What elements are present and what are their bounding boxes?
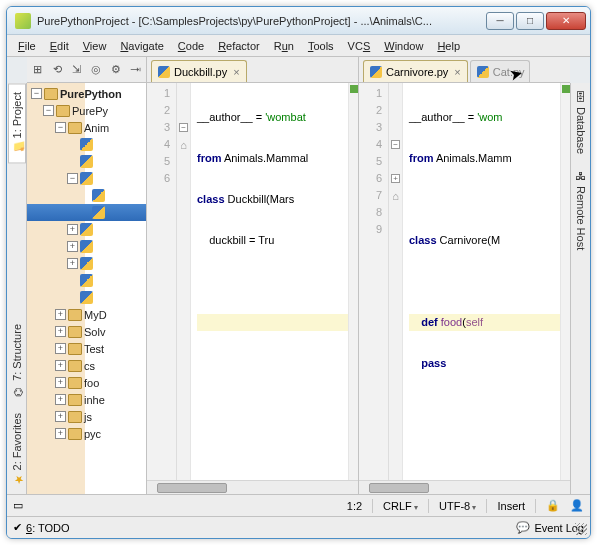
python-file-icon [80,240,93,253]
tree-row: + inhe [27,391,146,408]
editor-right: Carnivore.py× Cat.py 123456789 −+⌂ __aut… [359,57,570,494]
python-file-icon [92,206,105,219]
collapse-icon[interactable]: + [67,241,78,252]
tab-duckbill[interactable]: Duckbill.py× [151,60,247,82]
menu-refactor[interactable]: Refactor [211,38,267,54]
menu-help[interactable]: Help [430,38,467,54]
python-file-icon [92,189,105,202]
menu-vcs[interactable]: VCS [341,38,378,54]
fold-gutter: −+⌂ [389,83,403,480]
close-tab-icon[interactable]: × [231,66,241,78]
close-tab-icon[interactable]: × [452,66,462,78]
minimize-button[interactable]: ─ [486,12,514,30]
tab-todo[interactable]: ✔6: TODO [13,521,70,534]
current-line: def food(self [409,314,560,331]
bottom-tool-bar: ✔6: TODO 💬Event Log [7,516,590,538]
menu-tools[interactable]: Tools [301,38,341,54]
python-file-icon [80,257,93,270]
maximize-button[interactable]: □ [516,12,544,30]
tree-row: + Solv [27,323,146,340]
window-title: PurePythonProject - [C:\SamplesProjects\… [37,15,486,27]
python-file-icon [158,66,170,78]
left-sidebar-tabs: 📁1: Project ⌬7: Structure ★2: Favorites [7,83,27,494]
error-stripe[interactable] [348,83,358,480]
tab-event-log[interactable]: 💬Event Log [516,521,584,534]
menu-file[interactable]: File [11,38,43,54]
structure-icon: ⌬ [11,385,23,397]
expand-icon[interactable]: − [67,173,78,184]
database-icon: 🗄 [575,91,587,103]
error-stripe[interactable] [560,83,570,480]
collapse-icon[interactable]: + [67,258,78,269]
python-file-icon [370,66,382,78]
collapse-icon[interactable]: ⇲ [70,63,84,77]
menu-edit[interactable]: Edit [43,38,76,54]
settings-icon[interactable]: ⚙ [109,63,123,77]
target-icon[interactable]: ◎ [90,63,104,77]
side-tab-structure[interactable]: ⌬7: Structure [9,316,25,405]
tree-row: + pyc [27,425,146,442]
resize-grip[interactable] [575,523,587,535]
tree-row: + js [27,408,146,425]
flatten-icon[interactable]: ⊞ [31,63,45,77]
python-file-icon [477,66,489,78]
python-file-icon [80,155,93,168]
fold-icon[interactable]: − [179,123,188,132]
close-button[interactable]: ✕ [546,12,586,30]
line-numbers: 123456 [147,83,177,480]
insert-mode[interactable]: Insert [497,500,525,512]
side-tab-favorites[interactable]: ★2: Favorites [9,405,25,494]
tab-cat[interactable]: Cat.py [470,60,530,82]
menu-run[interactable]: Run [267,38,301,54]
encoding[interactable]: UTF-8 [439,500,476,512]
app-icon [15,13,31,29]
status-message-icon[interactable]: ▭ [13,499,23,512]
right-sidebar-tabs: 🗄Database 🖧Remote Host [570,83,590,494]
folder-icon [56,105,70,117]
expand-icon[interactable]: − [55,122,66,133]
menu-window[interactable]: Window [377,38,430,54]
side-tab-project[interactable]: 📁1: Project [8,83,26,163]
menu-code[interactable]: Code [171,38,211,54]
editor-left: Duckbill.py× 123456 −⌂ __author__ = 'wom… [147,57,359,494]
project-tree[interactable]: − PurePython − PurePy − Anim − + + + + M… [27,83,146,494]
lock-icon[interactable]: 🔒 [546,499,560,512]
caret-position[interactable]: 1:2 [347,500,362,512]
menu-navigate[interactable]: Navigate [113,38,170,54]
line-numbers: 123456789 [359,83,389,480]
tree-row: + foo [27,374,146,391]
remote-icon: 🖧 [575,170,587,182]
python-file-icon [80,172,93,185]
inspection-ok-icon [350,85,358,93]
project-icon: 📁 [11,142,23,154]
folder-icon [44,88,58,100]
project-toolbar: ⊞ ⟲ ⇲ ◎ ⚙ ⭲ [27,57,146,83]
python-file-icon [80,291,93,304]
fold-icon[interactable]: − [391,140,400,149]
folder-icon [68,122,82,134]
star-icon: ★ [11,474,23,486]
python-file-icon [80,223,93,236]
expand-icon[interactable]: − [43,105,54,116]
titlebar[interactable]: PurePythonProject - [C:\SamplesProjects\… [7,7,590,35]
expand-icon[interactable]: − [31,88,42,99]
line-separator[interactable]: CRLF [383,500,418,512]
side-tab-database[interactable]: 🗄Database [573,83,589,162]
hector-icon[interactable]: 👤 [570,499,584,512]
collapse-icon[interactable]: + [67,224,78,235]
hide-icon[interactable]: ⭲ [129,63,143,77]
side-tab-remote-host[interactable]: 🖧Remote Host [573,162,589,258]
horizontal-scrollbar[interactable] [147,480,358,494]
eventlog-icon: 💬 [516,521,530,534]
code-editor[interactable]: 123456789 −+⌂ __author__ = 'wom from Ani… [359,83,570,480]
tree-row: + MyD [27,306,146,323]
menu-view[interactable]: View [76,38,114,54]
code-editor[interactable]: 123456 −⌂ __author__ = 'wombat from Anim… [147,83,358,480]
sync-icon[interactable]: ⟲ [51,63,65,77]
tree-row-selected[interactable] [27,204,146,221]
horizontal-scrollbar[interactable] [359,480,570,494]
fold-icon[interactable]: + [391,174,400,183]
project-tool-window: ⊞ ⟲ ⇲ ◎ ⚙ ⭲ − PurePython − PurePy − Anim… [27,57,147,494]
todo-icon: ✔ [13,521,22,534]
tab-carnivore[interactable]: Carnivore.py× [363,60,468,82]
